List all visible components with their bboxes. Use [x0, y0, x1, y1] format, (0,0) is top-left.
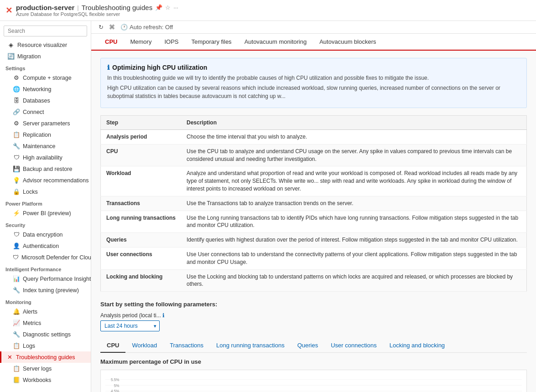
sidebar-label-replication: Replication	[23, 132, 51, 138]
advisor-icon: 💡	[13, 177, 20, 184]
sidebar-item-advisor[interactable]: 💡Advisor recommendations	[0, 175, 91, 186]
sidebar-item-workbooks[interactable]: 📒Workbooks	[0, 374, 91, 386]
info-title-text: Optimizing high CPU utilization	[112, 64, 207, 71]
sidebar-label-migration: Migration	[17, 53, 41, 60]
sidebar-item-authentication[interactable]: 👤Authentication	[0, 240, 91, 252]
info-box: ℹ Optimizing high CPU utilization In thi…	[100, 58, 527, 108]
inner-content: ℹ Optimizing high CPU utilization In thi…	[91, 51, 536, 392]
sidebar-label-logs: Logs	[23, 343, 35, 349]
tab-tempfiles[interactable]: Temporary files	[185, 34, 238, 51]
sidebar-label-metrics: Metrics	[23, 320, 41, 326]
sub-tab-locking[interactable]: Locking and blocking	[383, 339, 451, 353]
step-name-6: User connections	[101, 247, 182, 269]
step-desc-2: Analyze and understand what proportion o…	[181, 166, 527, 196]
step-name-7: Locking and blocking	[101, 269, 182, 292]
refresh-button[interactable]: ↻	[99, 24, 104, 31]
step-desc-7: Use the Locking and blocking tab to unde…	[181, 269, 527, 292]
app-logo: ✕	[5, 5, 12, 15]
sidebar-item-compute-storage[interactable]: ⚙Compute + storage	[0, 72, 91, 83]
refresh-icon: ↻	[99, 24, 104, 31]
info-icon: ℹ	[107, 64, 109, 71]
networking-icon: 🌐	[13, 86, 20, 93]
sidebar-item-data-encryption[interactable]: 🛡Data encryption	[0, 229, 91, 240]
tab-iops[interactable]: IOPS	[158, 34, 185, 51]
authentication-icon: 👤	[13, 242, 20, 249]
sidebar-item-metrics[interactable]: 📈Metrics	[0, 317, 91, 329]
migration-icon: 🔄	[7, 53, 15, 60]
sidebar-label-connect: Connect	[23, 109, 44, 115]
sidebar-item-ms-defender[interactable]: 🛡Microsoft Defender for Cloud	[0, 252, 91, 263]
sidebar-item-diagnostic[interactable]: 🔧Diagnostic settings	[0, 329, 91, 340]
sub-tab-transactions[interactable]: Transactions	[163, 339, 210, 353]
sidebar-item-connect[interactable]: 🔗Connect	[0, 106, 91, 118]
info-circle-icon: ℹ	[162, 312, 165, 319]
table-row: QueriesIdentify queries with highest dur…	[101, 233, 527, 248]
table-row: WorkloadAnalyze and understand what prop…	[101, 166, 527, 196]
sidebar-label-backup-restore: Backup and restore	[23, 166, 72, 172]
sidebar-item-query-perf[interactable]: 📊Query Performance Insight	[0, 273, 91, 284]
sidebar-label-resource-visualizer: Resource visualizer	[17, 42, 67, 48]
sidebar-item-high-availability[interactable]: 🛡High availability	[0, 152, 91, 163]
auto-refresh-button[interactable]: 🕐 Auto refresh: Off	[120, 24, 173, 31]
sidebar-item-replication[interactable]: 📋Replication	[0, 129, 91, 140]
tab-autovacmon[interactable]: Autovacuum monitoring	[238, 34, 313, 51]
svg-text:5.5%: 5.5%	[111, 377, 120, 382]
step-desc-4: Use the Long running transactions tab to…	[181, 211, 527, 233]
sidebar-item-backup-restore[interactable]: 💾Backup and restore	[0, 163, 91, 175]
sub-tab-workload[interactable]: Workload	[125, 339, 163, 353]
power-bi-icon: ⚡	[13, 210, 20, 217]
tab-autovacblock[interactable]: Autovacuum blockers	[313, 34, 382, 51]
alerts-icon: 🔔	[13, 308, 20, 315]
sidebar-label-databases: Databases	[23, 98, 50, 104]
sidebar-section-security-section: Security	[0, 219, 91, 229]
chart-container: .grid-line { stroke: #eee; stroke-width:…	[100, 370, 527, 392]
sidebar-label-power-bi: Power BI (preview)	[23, 210, 71, 217]
star-icon[interactable]: ☆	[165, 4, 171, 11]
sub-tab-cpu[interactable]: CPU	[100, 339, 125, 353]
sidebar-item-networking[interactable]: 🌐Networking	[0, 83, 91, 95]
metrics-icon: 📈	[13, 320, 20, 326]
sidebar-label-server-logs: Server logs	[23, 366, 52, 372]
sidebar-item-logs[interactable]: 📋Logs	[0, 340, 91, 351]
sidebar-label-high-availability: High availability	[23, 155, 62, 161]
analysis-period-label: Analysis period (local ti... ℹ	[100, 312, 527, 319]
step-desc-0: Choose the time interval that you wish t…	[181, 130, 527, 144]
step-desc-3: Use the Transactions tab to analyze tran…	[181, 196, 527, 211]
high-availability-icon: 🛡	[13, 154, 20, 161]
server-parameters-icon: ⚙	[13, 120, 20, 127]
server-logs-icon: 📋	[13, 365, 20, 372]
sidebar-item-maintenance[interactable]: 🔧Maintenance	[0, 140, 91, 152]
table-row: Long running transactionsUse the Long ru…	[101, 211, 527, 233]
sidebar-item-server-parameters[interactable]: ⚙Server parameters	[0, 118, 91, 129]
sidebar-item-troubleshooting[interactable]: ✕Troubleshooting guides	[0, 351, 91, 363]
sidebar-item-server-logs[interactable]: 📋Server logs	[0, 363, 91, 374]
sidebar-item-resource-visualizer[interactable]: ◈Resource visualizer	[0, 39, 91, 51]
sidebar-item-databases[interactable]: 🗄Databases	[0, 95, 91, 106]
sub-tab-queries[interactable]: Queries	[291, 339, 325, 353]
sidebar-item-alerts[interactable]: 🔔Alerts	[0, 306, 91, 317]
sidebar-label-troubleshooting: Troubleshooting guides	[16, 354, 75, 361]
ms-defender-icon: 🛡	[13, 254, 19, 261]
sidebar-item-migration[interactable]: 🔄Migration	[0, 51, 91, 62]
clock-icon: 🕐	[120, 24, 128, 31]
sidebar-label-compute-storage: Compute + storage	[23, 75, 72, 81]
tab-cpu[interactable]: CPU	[99, 34, 124, 51]
top-bar: ✕ production-server | Troubleshooting gu…	[0, 0, 536, 21]
sub-tab-longtx[interactable]: Long running transactions	[210, 339, 291, 353]
sidebar-label-server-parameters: Server parameters	[23, 120, 70, 127]
table-row: Analysis periodChoose the time interval …	[101, 130, 527, 144]
chart-title: Maximum percentage of CPU in use	[100, 358, 527, 365]
sidebar-item-power-bi[interactable]: ⚡Power BI (preview)	[0, 207, 91, 219]
sub-tab-userconn[interactable]: User connections	[324, 339, 383, 353]
tab-memory[interactable]: Memory	[124, 34, 158, 51]
analysis-period-select[interactable]: Last 1 hourLast 6 hoursLast 24 hoursLast…	[100, 320, 160, 331]
cmd-button[interactable]: ⌘	[109, 24, 115, 31]
sidebar-item-index-tuning[interactable]: 🔧Index tuning (preview)	[0, 284, 91, 296]
pin-icon[interactable]: 📌	[155, 4, 162, 11]
sidebar-item-locks[interactable]: 🔒Locks	[0, 186, 91, 197]
connect-icon: 🔗	[13, 108, 20, 115]
sidebar-section-power-platform-section: Power Platform	[0, 197, 91, 207]
sidebar-label-query-perf: Query Performance Insight	[23, 276, 91, 282]
search-input[interactable]	[4, 26, 87, 36]
more-icon[interactable]: ···	[173, 4, 178, 11]
